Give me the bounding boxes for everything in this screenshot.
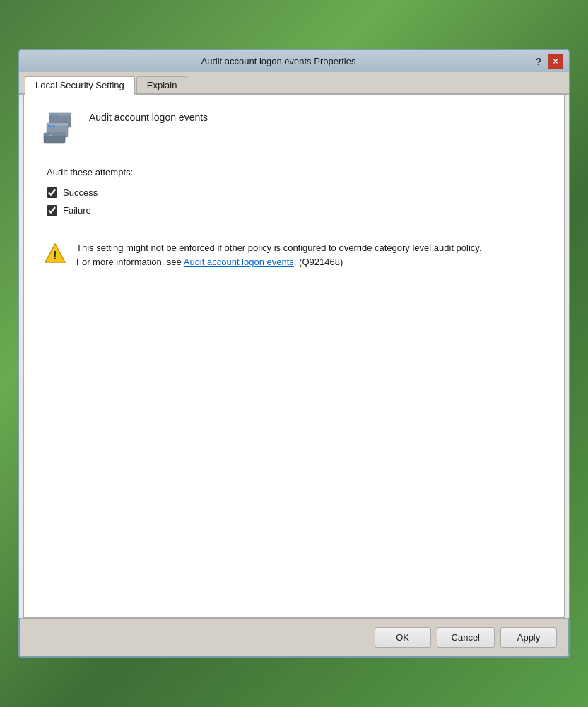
warning-icon: ! bbox=[44, 243, 66, 265]
warning-section: ! This setting might not be enforced if … bbox=[44, 241, 547, 269]
svg-rect-6 bbox=[48, 125, 51, 127]
success-checkbox[interactable] bbox=[47, 187, 57, 198]
warning-link-suffix: . (Q921468) bbox=[294, 257, 343, 267]
svg-rect-3 bbox=[55, 115, 58, 117]
success-label[interactable]: Success bbox=[63, 187, 98, 198]
audit-section: Audit these attempts: Success Failure bbox=[47, 167, 547, 216]
content-area: Audit account logon events Audit these a… bbox=[23, 95, 565, 618]
audit-label: Audit these attempts: bbox=[47, 167, 547, 177]
warning-main: This setting might not be enforced if ot… bbox=[76, 243, 482, 253]
failure-label[interactable]: Failure bbox=[63, 205, 91, 216]
title-bar: Audit account logon events Properties ? … bbox=[18, 49, 570, 72]
dialog-header: Audit account logon events bbox=[41, 109, 547, 146]
svg-rect-11 bbox=[49, 135, 52, 136]
svg-rect-7 bbox=[52, 125, 55, 127]
failure-checkbox-row: Failure bbox=[47, 205, 547, 216]
svg-text:!: ! bbox=[53, 250, 57, 262]
cancel-button[interactable]: Cancel bbox=[437, 627, 495, 648]
title-bar-left: Audit account logon events Properties bbox=[25, 56, 532, 66]
header-title: Audit account logon events bbox=[89, 112, 208, 123]
warning-link-prefix: For more information, see bbox=[76, 257, 184, 267]
tab-explain[interactable]: Explain bbox=[136, 76, 188, 93]
failure-checkbox[interactable] bbox=[47, 205, 57, 216]
svg-rect-10 bbox=[45, 135, 48, 136]
warning-link[interactable]: Audit account logon events bbox=[184, 257, 294, 267]
server-icon bbox=[41, 109, 78, 146]
tabs-bar: Local Security Setting Explain bbox=[19, 72, 569, 95]
svg-rect-2 bbox=[51, 115, 54, 117]
apply-button[interactable]: Apply bbox=[500, 627, 557, 648]
title-bar-controls: ? × bbox=[532, 54, 563, 69]
close-button[interactable]: × bbox=[548, 54, 563, 69]
success-checkbox-row: Success bbox=[47, 187, 547, 198]
footer: OK Cancel Apply bbox=[19, 618, 569, 657]
help-button[interactable]: ? bbox=[532, 55, 545, 68]
warning-text: This setting might not be enforced if ot… bbox=[76, 241, 482, 269]
ok-button[interactable]: OK bbox=[375, 627, 431, 648]
dialog-body: Local Security Setting Explain bbox=[18, 72, 570, 658]
tab-local-security[interactable]: Local Security Setting bbox=[25, 76, 135, 95]
dialog-window: Audit account logon events Properties ? … bbox=[18, 49, 570, 658]
dialog-title: Audit account logon events Properties bbox=[201, 56, 356, 66]
